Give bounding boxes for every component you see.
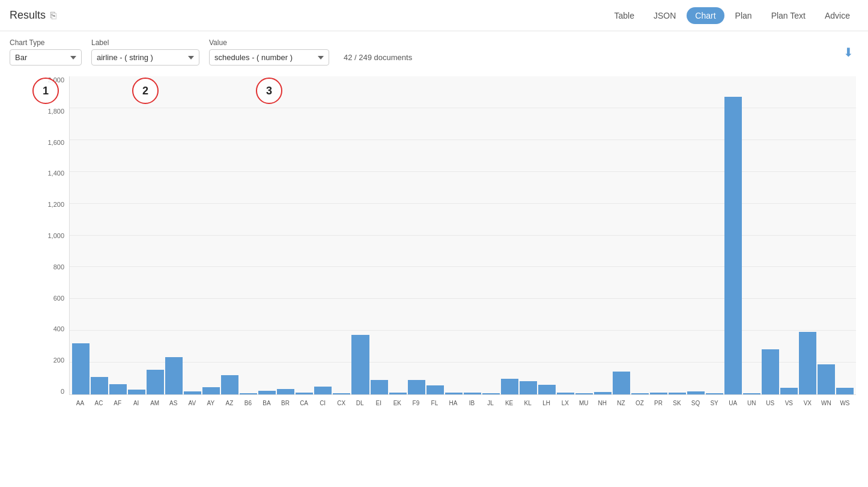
bar xyxy=(109,384,127,394)
x-label: UN xyxy=(743,400,760,406)
bar-group xyxy=(184,76,201,394)
x-label: WN xyxy=(818,400,835,406)
bar-group xyxy=(202,76,220,394)
bar-group xyxy=(799,76,816,394)
bar xyxy=(520,381,537,394)
x-label: VS xyxy=(780,400,798,406)
bar-group xyxy=(445,76,463,394)
bar-group xyxy=(314,76,332,394)
plot-area xyxy=(69,76,856,395)
bar-group xyxy=(371,76,388,394)
bar-group xyxy=(147,76,164,394)
bar-group xyxy=(482,76,500,394)
x-label: LX xyxy=(556,400,574,406)
bar xyxy=(165,357,183,394)
bar xyxy=(557,393,574,394)
x-label: KE xyxy=(500,400,518,406)
bar-group xyxy=(408,76,425,394)
bar-group xyxy=(389,76,407,394)
value-select[interactable]: schedules - ( number ) xyxy=(209,49,329,66)
bar xyxy=(333,393,350,394)
tab-advice[interactable]: Advice xyxy=(816,7,858,24)
controls-row: Chart Type BarLinePieScatter Label airli… xyxy=(0,31,868,70)
x-label: HA xyxy=(445,400,462,406)
bar xyxy=(482,393,500,394)
bar-group xyxy=(72,76,90,394)
bar xyxy=(240,393,257,394)
bar xyxy=(687,391,705,394)
bar xyxy=(314,387,332,394)
y-tick: 1,800 xyxy=(47,108,64,115)
bar xyxy=(277,389,294,394)
x-label: IB xyxy=(463,400,481,406)
label-select[interactable]: airline - ( string ) xyxy=(91,49,199,66)
copy-icon[interactable]: ⎘ xyxy=(50,10,56,21)
x-label: LH xyxy=(538,400,555,406)
x-label: BR xyxy=(277,400,294,406)
x-label: WS xyxy=(836,400,854,406)
x-label: MU xyxy=(575,400,592,406)
bar xyxy=(426,385,444,394)
bar-group xyxy=(780,76,798,394)
tab-chart[interactable]: Chart xyxy=(687,7,724,24)
bar-group xyxy=(240,76,257,394)
doc-count: 42 / 249 documents xyxy=(344,53,412,66)
bar xyxy=(72,343,90,394)
x-label: DL xyxy=(351,400,369,406)
bar-group xyxy=(91,76,108,394)
tab-plan-text[interactable]: Plan Text xyxy=(763,7,814,24)
header-left: Results ⎘ xyxy=(10,9,56,22)
page-title: Results xyxy=(10,9,46,22)
bars-container xyxy=(70,76,856,394)
x-label: AS xyxy=(165,400,182,406)
header: Results ⎘ TableJSONChartPlanPlan TextAdv… xyxy=(0,0,868,31)
x-label: EK xyxy=(389,400,406,406)
y-tick: 1,200 xyxy=(47,201,64,208)
bar-group xyxy=(464,76,481,394)
bar xyxy=(818,364,835,394)
x-label: NH xyxy=(593,400,611,406)
x-label: F9 xyxy=(407,400,425,406)
tab-plan[interactable]: Plan xyxy=(727,7,760,24)
y-tick: 200 xyxy=(53,357,64,364)
bar xyxy=(538,385,556,394)
bar-group xyxy=(221,76,238,394)
chart-type-select[interactable]: BarLinePieScatter xyxy=(10,49,82,66)
bar-group xyxy=(296,76,313,394)
bar xyxy=(762,349,779,394)
y-tick: 600 xyxy=(53,295,64,302)
x-label: AM xyxy=(146,400,163,406)
x-label: VX xyxy=(799,400,816,406)
tab-table[interactable]: Table xyxy=(606,7,643,24)
x-label: CA xyxy=(296,400,313,406)
bar-group xyxy=(762,76,779,394)
bar xyxy=(371,380,388,394)
bar-group xyxy=(743,76,760,394)
bar-group xyxy=(557,76,574,394)
bar-group xyxy=(501,76,518,394)
chart-container: 2,0001,8001,6001,4001,2001,0008006004002… xyxy=(36,76,856,419)
bar xyxy=(706,393,723,394)
bar-group xyxy=(594,76,612,394)
x-axis: AAACAFAIAMASAVAYAZB6BABRCACICXDLEIEKF9FL… xyxy=(69,396,856,419)
bar xyxy=(184,391,201,394)
chart-area: 2,0001,8001,6001,4001,2001,0008006004002… xyxy=(0,70,868,455)
bar xyxy=(799,332,816,394)
y-axis: 2,0001,8001,6001,4001,2001,0008006004002… xyxy=(36,76,69,395)
y-tick: 1,400 xyxy=(47,170,64,177)
bar xyxy=(631,393,649,394)
bar-group xyxy=(706,76,723,394)
bar xyxy=(650,393,667,394)
download-button[interactable]: ⬇ xyxy=(839,43,858,62)
label-group: Label airline - ( string ) xyxy=(91,38,199,66)
tab-json[interactable]: JSON xyxy=(645,7,684,24)
x-label: B6 xyxy=(239,400,256,406)
chart-type-group: Chart Type BarLinePieScatter xyxy=(10,38,82,66)
x-label: SK xyxy=(669,400,686,406)
value-group: Value schedules - ( number ) xyxy=(209,38,329,66)
bar xyxy=(594,392,612,394)
x-label: AY xyxy=(202,400,219,406)
y-tick: 400 xyxy=(53,325,64,332)
y-tick: 1,600 xyxy=(47,139,64,146)
value-label: Value xyxy=(209,38,329,47)
